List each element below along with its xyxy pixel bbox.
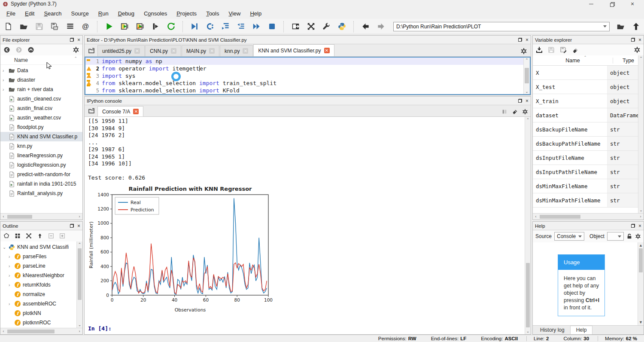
- collapse-chevron-icon[interactable]: ⌄: [3, 245, 6, 250]
- scroll-down-icon[interactable]: ⌄: [638, 208, 644, 212]
- debug-step-button[interactable]: [205, 22, 215, 31]
- outline-function-item[interactable]: › f parseLine: [6, 261, 82, 271]
- source-combobox[interactable]: Console: [554, 232, 584, 241]
- variable-row[interactable]: X_train object: [533, 94, 638, 108]
- console-tab[interactable]: Console 7/A ✕: [97, 106, 143, 116]
- import-data-icon[interactable]: [536, 46, 543, 53]
- scroll-right-icon[interactable]: ›: [638, 214, 644, 219]
- scroll-down-icon[interactable]: ⌄: [524, 89, 530, 94]
- close-pane-icon[interactable]: ×: [77, 37, 80, 43]
- menu-debug[interactable]: Debug: [113, 9, 139, 18]
- editor-tab[interactable]: KNN and SVM Classifier.py ✕: [253, 44, 334, 56]
- outline-function-item[interactable]: › f normalize: [6, 290, 82, 299]
- next-directory-icon[interactable]: [15, 46, 22, 53]
- tab-close-icon[interactable]: ✕: [324, 48, 330, 53]
- undock-icon[interactable]: [518, 38, 522, 42]
- forward-button[interactable]: [376, 22, 386, 31]
- outline-vscrollbar[interactable]: ⌃ ⌄: [76, 241, 82, 328]
- save-all-button[interactable]: [50, 22, 59, 31]
- debug-button[interactable]: [190, 22, 199, 31]
- menu-edit[interactable]: Edit: [20, 9, 39, 18]
- file-tree-item[interactable]: › rainfall in india 1901-2015: [0, 179, 82, 189]
- restart-kernel-button[interactable]: [166, 22, 176, 31]
- menu-projects[interactable]: Projects: [172, 9, 201, 18]
- open-file-button[interactable]: [19, 22, 28, 31]
- file-explorer-name-column[interactable]: Name ⌃: [0, 55, 82, 65]
- scroll-up-icon[interactable]: ⌃: [525, 118, 531, 122]
- file-tree-item[interactable]: › austin_cleaned.csv: [0, 94, 82, 104]
- outline-function-item[interactable]: › f plotknnROC: [6, 318, 82, 327]
- variable-vscrollbar[interactable]: ⌃ ⌄: [638, 55, 644, 213]
- outline-function-item[interactable]: › f assembleROC: [6, 299, 82, 308]
- scroll-up-icon[interactable]: ⌃: [524, 58, 530, 62]
- help-vscrollbar[interactable]: ▲ ▼: [638, 242, 644, 325]
- close-pane-icon[interactable]: ×: [526, 37, 529, 43]
- file-tree-item[interactable]: › linearRegression.py: [0, 151, 82, 160]
- group-blocks-icon[interactable]: [15, 233, 21, 239]
- variable-hscrollbar[interactable]: ‹ ›: [533, 213, 644, 220]
- file-switcher-button[interactable]: [65, 22, 75, 31]
- new-file-button[interactable]: [3, 22, 13, 31]
- clear-console-eraser-icon[interactable]: [512, 109, 518, 115]
- save-button[interactable]: [34, 22, 44, 31]
- debug-continue-button[interactable]: [252, 22, 261, 31]
- file-tree-item[interactable]: › floodplot.py: [0, 122, 82, 132]
- python-path-button[interactable]: [337, 22, 346, 31]
- menu-source[interactable]: Source: [67, 9, 94, 18]
- run-button[interactable]: [104, 22, 114, 31]
- editor-tab[interactable]: untitled25.py ✕: [97, 45, 145, 56]
- options-gear-icon[interactable]: [73, 46, 79, 53]
- file-tree-item[interactable]: › predict-with-random-for: [0, 170, 82, 179]
- help-options-gear-icon[interactable]: [635, 233, 641, 239]
- console-vscrollbar[interactable]: ⌃ ⌄: [525, 117, 531, 334]
- expand-chevron-icon[interactable]: ›: [9, 283, 12, 287]
- tab-close-icon[interactable]: ✕: [133, 109, 139, 114]
- editor-tab[interactable]: MAIN.py ✕: [182, 45, 219, 56]
- variable-row[interactable]: X_test object: [533, 80, 638, 94]
- inspect-icon[interactable]: [501, 109, 507, 115]
- help-bottom-tab[interactable]: History log: [535, 326, 570, 334]
- save-session-button[interactable]: [291, 22, 300, 31]
- file-tree-item[interactable]: › knn.py: [0, 141, 82, 151]
- save-data-as-icon[interactable]: [560, 46, 567, 53]
- console-body[interactable]: [[5 1950 11][30 1984 9][24 1976 2]...[29…: [85, 117, 531, 334]
- go-to-cursor-icon[interactable]: [3, 233, 9, 239]
- outline-hscrollbar[interactable]: ‹ ›: [0, 328, 82, 334]
- editor-options-gear-icon[interactable]: [520, 48, 527, 55]
- menu-tools[interactable]: Tools: [201, 9, 224, 18]
- remove-variables-eraser-icon[interactable]: [572, 46, 579, 53]
- undock-icon[interactable]: [631, 38, 635, 42]
- tab-close-icon[interactable]: ✕: [134, 48, 140, 54]
- editor-tab[interactable]: knn.py ✕: [220, 45, 253, 56]
- rerun-cell-button[interactable]: [135, 22, 145, 31]
- file-tree-item[interactable]: › rain + river data: [0, 85, 82, 94]
- menu-view[interactable]: View: [224, 9, 245, 18]
- code-editor[interactable]: 1import numpy as np2from operator import…: [85, 57, 531, 95]
- variable-row[interactable]: dsBackupPathFileName str: [533, 137, 638, 151]
- variable-table-header[interactable]: ⌃ Name Type: [533, 55, 644, 66]
- expand-chevron-icon[interactable]: ›: [9, 254, 12, 259]
- outline-root-item[interactable]: ⌄ KNN and SVM Classifi: [0, 242, 82, 252]
- variable-row[interactable]: dsMinMaxFileName str: [533, 179, 638, 193]
- variable-row[interactable]: dataset DataFrame: [533, 108, 638, 122]
- expand-all-icon[interactable]: [59, 233, 65, 239]
- scroll-down-icon[interactable]: ⌄: [525, 329, 531, 333]
- tab-close-icon[interactable]: ✕: [209, 48, 215, 54]
- close-pane-icon[interactable]: ×: [638, 37, 641, 43]
- variable-row[interactable]: dsInputPathFileName str: [533, 165, 638, 179]
- close-button[interactable]: ×: [629, 1, 635, 6]
- undock-icon[interactable]: [70, 38, 74, 42]
- help-bottom-tab[interactable]: Help: [570, 326, 593, 334]
- symbol-finder-button[interactable]: @: [81, 22, 90, 31]
- maximize-pane-button[interactable]: [306, 22, 316, 31]
- browse-tabs-icon[interactable]: [85, 105, 97, 116]
- scroll-right-icon[interactable]: ›: [76, 329, 82, 333]
- expand-chevron-icon[interactable]: ›: [9, 302, 12, 306]
- variable-row[interactable]: dsMinMaxPathFileName str: [533, 193, 638, 208]
- stop-debug-button[interactable]: [267, 22, 276, 31]
- menu-consoles[interactable]: Consoles: [139, 9, 172, 18]
- scroll-left-icon[interactable]: ‹: [0, 214, 6, 219]
- scroll-down-icon[interactable]: ▼: [638, 320, 644, 324]
- undock-icon[interactable]: [70, 224, 74, 228]
- follow-cursor-icon[interactable]: [37, 233, 43, 239]
